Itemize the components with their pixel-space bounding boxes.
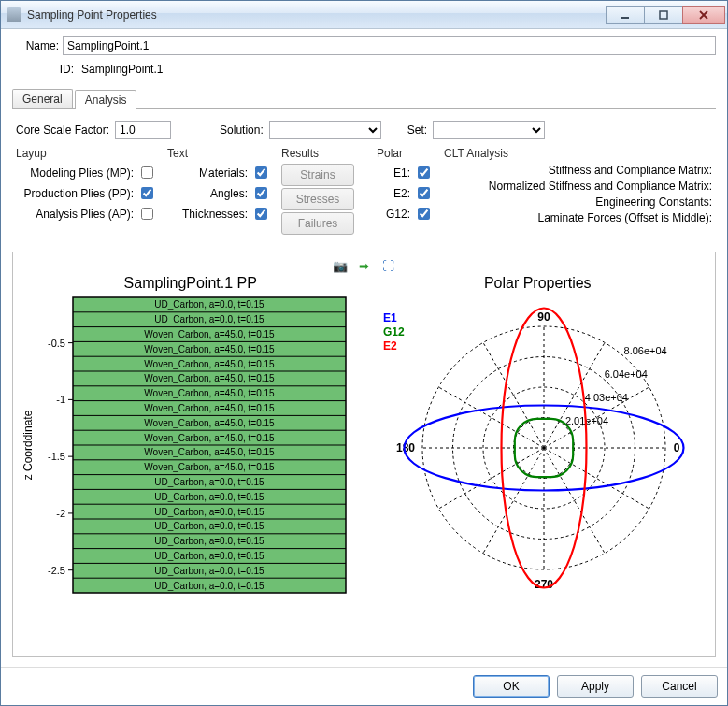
svg-text:Woven_Carbon, a=45.0, t=0.15: Woven_Carbon, a=45.0, t=0.15: [144, 329, 275, 339]
id-value: SamplingPoint.1: [78, 61, 166, 78]
e2-label: E2:: [393, 187, 410, 200]
svg-text:-0.5: -0.5: [48, 338, 65, 349]
stresses-button[interactable]: Stresses: [281, 188, 354, 210]
svg-text:8.06e+04: 8.06e+04: [623, 345, 666, 356]
clt-row4: Laminate Forces (Offset is Middle):: [444, 211, 712, 224]
dialog-content: Name: ID: SamplingPoint.1 General Analys…: [1, 29, 727, 667]
layup-chart: SamplingPoint.1 PP UD_Carbon, a=0.0, t=0…: [19, 275, 363, 651]
angles-checkbox[interactable]: [255, 187, 267, 199]
name-label: Name:: [12, 39, 59, 52]
svg-line-70: [544, 448, 649, 509]
chart-area: 📷 ➡ ⛶ SamplingPoint.1 PP UD_Carbon, a=0.…: [12, 252, 716, 657]
tabs: General Analysis: [12, 89, 716, 109]
materials-checkbox[interactable]: [255, 166, 267, 179]
layup-chart-title: SamplingPoint.1 PP: [19, 275, 363, 292]
svg-rect-1: [660, 11, 667, 19]
angles-label: Angles:: [210, 187, 248, 200]
core-scale-input[interactable]: [115, 121, 171, 139]
svg-text:E1: E1: [383, 311, 397, 324]
name-input[interactable]: [63, 36, 716, 55]
e1-checkbox[interactable]: [418, 166, 430, 179]
minimize-button[interactable]: [606, 6, 645, 24]
g12-checkbox[interactable]: [418, 208, 430, 220]
svg-text:E2: E2: [383, 339, 397, 353]
svg-text:G12: G12: [383, 325, 405, 339]
set-select[interactable]: [433, 121, 545, 139]
mp-label: Modeling Plies (MP):: [30, 166, 134, 180]
svg-text:6.04e+04: 6.04e+04: [604, 368, 647, 380]
svg-text:UD_Carbon, a=0.0, t=0.15: UD_Carbon, a=0.0, t=0.15: [154, 314, 264, 324]
close-button[interactable]: [682, 6, 725, 24]
polar-chart-title: Polar Properties: [366, 275, 710, 292]
materials-label: Materials:: [199, 166, 248, 180]
failures-button[interactable]: Failures: [281, 212, 354, 235]
polar-svg: 0901802702.01e+044.03e+046.04e+048.06e+0…: [366, 294, 703, 602]
thicknesses-checkbox[interactable]: [255, 208, 267, 220]
clt-title: CLT Analysis: [444, 147, 712, 160]
g12-label: G12:: [386, 208, 410, 221]
ap-label: Analysis Plies (AP):: [36, 208, 134, 221]
cancel-button[interactable]: Cancel: [641, 675, 718, 698]
e2-checkbox[interactable]: [418, 187, 430, 199]
results-title: Results: [281, 147, 365, 160]
arrow-right-icon[interactable]: ➡: [357, 258, 372, 273]
svg-text:0: 0: [673, 441, 679, 454]
window-buttons: [607, 6, 725, 24]
polar-chart: Polar Properties 0901802702.01e+044.03e+…: [366, 275, 710, 651]
svg-text:-2: -2: [56, 508, 65, 519]
svg-text:UD_Carbon, a=0.0, t=0.15: UD_Carbon, a=0.0, t=0.15: [154, 521, 264, 531]
svg-text:z Coorddinate: z Coorddinate: [21, 410, 35, 480]
clt-row3: Engineering Constants:: [444, 195, 712, 209]
svg-text:Woven_Carbon, a=45.0, t=0.15: Woven_Carbon, a=45.0, t=0.15: [144, 344, 275, 354]
app-icon: [7, 7, 21, 22]
window: Sampling Point Properties Name: ID: Samp…: [0, 0, 728, 706]
svg-text:UD_Carbon, a=0.0, t=0.15: UD_Carbon, a=0.0, t=0.15: [154, 581, 264, 591]
pp-label: Production Plies (PP):: [24, 187, 134, 200]
strains-button[interactable]: Strains: [281, 164, 354, 186]
polar-title: Polar: [377, 147, 433, 160]
expand-icon[interactable]: ⛶: [381, 258, 396, 273]
svg-text:Woven_Carbon, a=45.0, t=0.15: Woven_Carbon, a=45.0, t=0.15: [144, 403, 275, 413]
svg-text:Woven_Carbon, a=45.0, t=0.15: Woven_Carbon, a=45.0, t=0.15: [144, 462, 275, 472]
tab-body-analysis: Core Scale Factor: Solution: Set: Layup …: [12, 113, 716, 240]
clt-row1: Stiffness and Compliance Matrix:: [444, 164, 712, 177]
solution-select[interactable]: [269, 121, 381, 139]
set-label: Set:: [407, 123, 427, 137]
svg-line-64: [438, 387, 544, 448]
mp-checkbox[interactable]: [141, 166, 153, 179]
svg-text:Woven_Carbon, a=45.0, t=0.15: Woven_Carbon, a=45.0, t=0.15: [144, 388, 275, 398]
svg-text:90: 90: [537, 310, 550, 324]
ok-button[interactable]: OK: [473, 675, 550, 698]
svg-text:Woven_Carbon, a=45.0, t=0.15: Woven_Carbon, a=45.0, t=0.15: [144, 433, 275, 443]
svg-text:Woven_Carbon, a=45.0, t=0.15: Woven_Carbon, a=45.0, t=0.15: [144, 447, 275, 457]
svg-text:UD_Carbon, a=0.0, t=0.15: UD_Carbon, a=0.0, t=0.15: [154, 492, 264, 502]
svg-text:UD_Carbon, a=0.0, t=0.15: UD_Carbon, a=0.0, t=0.15: [154, 507, 264, 517]
svg-text:UD_Carbon, a=0.0, t=0.15: UD_Carbon, a=0.0, t=0.15: [154, 299, 264, 310]
svg-text:Woven_Carbon, a=45.0, t=0.15: Woven_Carbon, a=45.0, t=0.15: [144, 373, 275, 383]
core-scale-label: Core Scale Factor:: [16, 123, 109, 137]
solution-label: Solution:: [220, 123, 264, 137]
ap-checkbox[interactable]: [141, 208, 153, 220]
svg-text:UD_Carbon, a=0.0, t=0.15: UD_Carbon, a=0.0, t=0.15: [154, 566, 264, 576]
svg-text:270: 270: [534, 578, 552, 591]
camera-icon[interactable]: 📷: [333, 258, 348, 273]
e1-label: E1:: [393, 166, 410, 180]
layup-svg: UD_Carbon, a=0.0, t=0.15UD_Carbon, a=0.0…: [19, 294, 355, 602]
clt-row2: Normalized Stiffness and Compliance Matr…: [444, 180, 712, 193]
svg-text:Woven_Carbon, a=45.0, t=0.15: Woven_Carbon, a=45.0, t=0.15: [144, 418, 275, 428]
button-bar: OK Apply Cancel: [1, 667, 727, 705]
pp-checkbox[interactable]: [141, 187, 153, 199]
apply-button[interactable]: Apply: [557, 675, 634, 698]
chart-toolbar: 📷 ➡ ⛶: [19, 258, 709, 273]
thicknesses-label: Thicknesses:: [182, 208, 248, 221]
text-title: Text: [167, 147, 270, 160]
svg-text:-1.5: -1.5: [48, 451, 65, 462]
tab-analysis[interactable]: Analysis: [75, 90, 137, 109]
id-label: ID:: [27, 63, 74, 76]
maximize-button[interactable]: [644, 6, 683, 24]
titlebar: Sampling Point Properties: [1, 1, 727, 29]
layup-title: Layup: [16, 147, 156, 160]
tab-general[interactable]: General: [12, 89, 73, 108]
svg-text:UD_Carbon, a=0.0, t=0.15: UD_Carbon, a=0.0, t=0.15: [154, 551, 264, 561]
svg-text:4.03e+04: 4.03e+04: [584, 392, 627, 403]
